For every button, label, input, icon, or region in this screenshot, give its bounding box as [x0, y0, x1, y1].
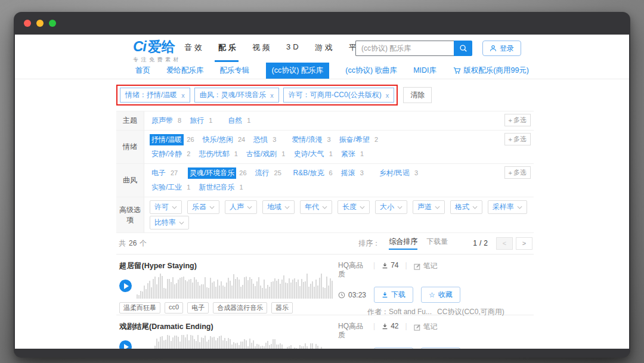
waveform-bar	[203, 338, 204, 349]
advanced-filter-dropdown[interactable]: 大小	[375, 200, 407, 214]
filter-option[interactable]: 振奋/希望 2	[338, 134, 383, 145]
waveform-bar	[237, 277, 238, 299]
filter-option[interactable]: R&B/放克 6	[292, 167, 338, 179]
main-nav-item[interactable]: 游戏	[315, 42, 335, 53]
filter-option[interactable]: 自然 1	[226, 115, 263, 126]
subnav-item[interactable]: MIDI库	[413, 66, 436, 76]
download-button[interactable]: 下载	[374, 348, 413, 349]
advanced-filter-dropdown[interactable]: 长度	[338, 200, 370, 214]
track-title[interactable]: 戏剧结尾(Dramatic Ending)	[119, 322, 213, 332]
window-titlebar	[14, 12, 630, 35]
subnav-label: 首页	[135, 66, 150, 75]
filter-option[interactable]: 摇滚 3	[339, 167, 376, 179]
login-button[interactable]: 登录	[482, 41, 521, 56]
waveform-bar	[167, 335, 168, 349]
track-tag[interactable]: 温柔而狂暴	[119, 302, 160, 314]
filter-chip[interactable]: 情绪：抒情/温暖 x	[120, 88, 190, 103]
filter-option[interactable]: 安静/冷静 2	[150, 148, 196, 160]
filter-option[interactable]: 爱情/浪漫 3	[290, 134, 336, 145]
advanced-filter-dropdown[interactable]: 声道	[413, 200, 445, 214]
filter-option[interactable]: 乡村/民谣 3	[377, 167, 423, 179]
subnav-item[interactable]: 爱给配乐库	[166, 66, 204, 76]
track-tag[interactable]: cc0	[165, 302, 183, 314]
track-tag[interactable]: 电子	[187, 302, 209, 314]
filter-option[interactable]: 恐惧 3	[252, 134, 289, 145]
filter-option[interactable]: 实验/工业 1	[150, 182, 196, 193]
filter-option[interactable]: 原声带 8	[150, 115, 187, 126]
window-close-button[interactable]	[24, 20, 31, 27]
filter-chip[interactable]: 许可：可商用-CC0(公共版权) x	[283, 88, 395, 103]
clear-filters-button[interactable]: 清除	[403, 87, 432, 103]
filter-option[interactable]: 电子 27	[150, 167, 187, 179]
waveform-bar	[287, 347, 288, 349]
filter-option[interactable]: 史诗/大气 1	[292, 148, 338, 160]
track-title[interactable]: 超居留(Hyper Staying)	[119, 261, 197, 271]
multi-select-button[interactable]: +多选	[504, 166, 531, 179]
chevron-down-icon	[435, 206, 440, 209]
filter-chip[interactable]: 曲风：灵魂/环境音乐 x	[194, 88, 279, 103]
sort-option[interactable]: 综合排序	[389, 237, 417, 250]
filter-option[interactable]: 新世纪音乐 1	[197, 182, 248, 193]
advanced-filter-dropdown[interactable]: 比特率	[150, 216, 189, 229]
waveform-bar	[222, 286, 224, 299]
waveform-bar	[276, 345, 277, 349]
quality-badge: HQ高品质	[338, 322, 367, 340]
advanced-filter-dropdown[interactable]: 地域	[262, 200, 295, 214]
chip-close-icon[interactable]: x	[386, 92, 389, 99]
next-page-button[interactable]: >	[516, 237, 532, 250]
multi-select-button[interactable]: +多选	[504, 114, 531, 126]
main-nav-item[interactable]: 配乐	[218, 42, 239, 53]
advanced-filter-dropdown[interactable]: 格式	[450, 200, 482, 214]
filter-option[interactable]: 悲伤/忧郁 1	[197, 148, 243, 160]
waveform-bar	[145, 289, 147, 299]
track-tag[interactable]: 器乐	[271, 302, 293, 314]
advanced-filter-dropdown[interactable]: 年代	[300, 200, 332, 214]
advanced-filter-dropdown[interactable]: 乐器	[187, 200, 219, 214]
filter-option[interactable]: 旅行 1	[188, 115, 225, 126]
author-link[interactable]: Soft and Fu...	[389, 308, 432, 316]
advanced-filter-dropdown[interactable]: 人声	[225, 200, 257, 214]
search-icon	[459, 44, 467, 52]
window-maximize-button[interactable]	[49, 20, 56, 27]
advanced-filter-dropdown[interactable]: 许可	[150, 200, 182, 214]
filter-option[interactable]: 抒情/温暖 26	[150, 134, 200, 145]
main-nav-item[interactable]: 音效	[184, 42, 205, 53]
chip-close-icon[interactable]: x	[270, 92, 274, 99]
subnav-item[interactable]: 首页	[135, 66, 150, 76]
play-button[interactable]	[119, 280, 132, 292]
filter-option[interactable]: 灵魂/环境音乐 26	[188, 167, 252, 179]
advanced-filter-dropdown[interactable]: 采样率	[488, 200, 527, 214]
filter-option[interactable]: 古怪/戏剧 1	[244, 148, 290, 160]
filter-option[interactable]: 快乐/悠闲 24	[201, 134, 251, 145]
cart-link[interactable]: 版权配乐(商用99元)	[453, 66, 529, 76]
main-nav-item[interactable]: 视频	[252, 42, 273, 53]
filter-option[interactable]: 流行 25	[253, 167, 290, 179]
window-minimize-button[interactable]	[36, 20, 44, 27]
note-button[interactable]: 笔记	[414, 261, 438, 271]
subnav-item[interactable]: (cc协议) 配乐库	[266, 63, 330, 79]
filter-option-name: 振奋/希望	[338, 134, 371, 145]
filter-option[interactable]: 紧张 1	[339, 148, 376, 160]
search-button[interactable]	[454, 41, 472, 56]
track-tag[interactable]: 合成器流行音乐	[213, 302, 267, 314]
download-button[interactable]: 下载	[374, 287, 413, 303]
note-button[interactable]: 笔记	[414, 322, 438, 332]
subnav-item[interactable]: 配乐专辑	[220, 66, 250, 76]
waveform[interactable]	[137, 271, 333, 299]
waveform-bar	[160, 337, 161, 349]
favorite-button[interactable]: ☆ 收藏	[421, 348, 460, 349]
favorite-button[interactable]: ☆ 收藏	[421, 287, 460, 303]
main-nav-item[interactable]: 3D	[286, 42, 301, 53]
sort-option[interactable]: 下载量	[426, 237, 448, 250]
subnav-item[interactable]: (cc协议) 歌曲库	[345, 66, 397, 76]
waveform-bar	[165, 340, 166, 349]
site-logo[interactable]: Ci 爱给 专注免费素材	[133, 38, 181, 64]
waveform[interactable]	[137, 332, 333, 349]
multi-select-button[interactable]: +多选	[504, 133, 531, 145]
chip-close-icon[interactable]: x	[181, 92, 185, 99]
waveform-bar	[151, 287, 152, 299]
waveform-bar	[306, 346, 308, 349]
play-button[interactable]	[119, 340, 132, 349]
prev-page-button[interactable]: <	[496, 237, 513, 250]
search-input[interactable]	[355, 41, 454, 56]
